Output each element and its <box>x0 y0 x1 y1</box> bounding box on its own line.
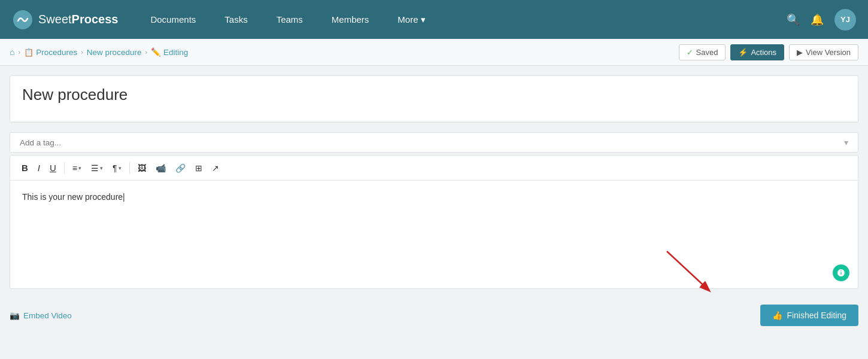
image-icon: 🖼 <box>138 163 146 173</box>
separator-toolbar-2 <box>129 162 130 174</box>
tag-dropdown-icon[interactable]: ▾ <box>844 138 848 147</box>
nav-tasks[interactable]: Tasks <box>210 0 262 39</box>
nav-more[interactable]: More ▾ <box>383 0 439 39</box>
editor-toolbar: B I U ≡ ▾ ☰ ▾ ¶ ▾ 🖼 📹 <box>10 156 858 181</box>
check-icon: ✓ <box>687 48 693 57</box>
toolbar-unordered-list[interactable]: ☰ ▾ <box>87 161 107 175</box>
brand-logo-link[interactable]: SweetProcess <box>12 9 118 31</box>
brand-process: Process <box>72 13 119 26</box>
separator-3: › <box>145 48 147 56</box>
procedures-icon: 📋 <box>24 48 34 57</box>
toolbar-video[interactable]: 📹 <box>151 161 170 175</box>
link-icon: 🔗 <box>175 163 186 173</box>
toolbar-paragraph[interactable]: ¶ ▾ <box>108 161 126 175</box>
brand-logo-icon <box>12 9 34 31</box>
grammarly-icon[interactable] <box>833 264 849 281</box>
separator-2: › <box>81 48 83 56</box>
actions-button[interactable]: ⚡ Actions <box>730 44 784 60</box>
title-container <box>10 75 858 123</box>
external-link-icon: ↗ <box>212 163 219 173</box>
unordered-list-icon: ☰ <box>91 163 99 173</box>
separator-1: › <box>18 48 20 56</box>
procedures-link[interactable]: Procedures <box>36 48 77 57</box>
new-procedure-link[interactable]: New procedure <box>87 48 142 57</box>
toolbar-table[interactable]: ⊞ <box>191 161 207 175</box>
paragraph-icon: ¶ <box>113 163 117 173</box>
table-icon: ⊞ <box>195 163 202 173</box>
bottom-bar: 📷 Embed Video 👍 Finished Editing <box>10 299 858 332</box>
tag-area: ▾ <box>10 132 858 153</box>
procedure-title-input[interactable] <box>22 86 846 109</box>
separator-toolbar-1 <box>64 162 65 174</box>
avatar[interactable]: YJ <box>834 9 856 31</box>
page-wrapper: ▾ B I U ≡ ▾ ☰ ▾ ¶ ▾ 🖼 <box>0 66 868 359</box>
editor-body[interactable]: This is your new procedure <box>10 181 858 288</box>
camera-icon: 📷 <box>10 311 20 320</box>
editing-breadcrumb: ✏️ Editing <box>151 47 188 57</box>
toolbar-italic[interactable]: I <box>34 160 44 175</box>
toolbar-bold[interactable]: B <box>17 160 32 175</box>
toolbar-link[interactable]: 🔗 <box>171 161 190 175</box>
toolbar-ordered-list[interactable]: ≡ ▾ <box>68 161 86 175</box>
nav-links: Documents Tasks Teams Members More ▾ <box>136 0 787 39</box>
embed-video-button[interactable]: 📷 Embed Video <box>10 311 72 320</box>
navbar: SweetProcess Documents Tasks Teams Membe… <box>0 0 868 39</box>
tag-input[interactable] <box>20 138 844 147</box>
brand-sweet: Sweet <box>38 13 72 26</box>
title-area <box>10 76 858 122</box>
grammarly-svg <box>836 268 846 278</box>
procedures-breadcrumb-item: 📋 Procedures <box>24 48 77 57</box>
toolbar-underline[interactable]: U <box>45 160 60 175</box>
nav-documents[interactable]: Documents <box>136 0 210 39</box>
toolbar-image[interactable]: 🖼 <box>133 161 150 175</box>
text-cursor <box>123 192 125 202</box>
video-icon: 📹 <box>156 163 166 173</box>
toolbar-external-link[interactable]: ↗ <box>208 161 223 175</box>
editor-container: B I U ≡ ▾ ☰ ▾ ¶ ▾ 🖼 📹 <box>10 155 858 289</box>
chevron-down-icon: ▾ <box>421 14 426 25</box>
home-link[interactable]: ⌂ <box>10 47 14 57</box>
saved-button[interactable]: ✓ Saved <box>679 44 726 60</box>
ordered-list-icon: ≡ <box>72 163 77 173</box>
play-icon: ▶ <box>797 48 803 57</box>
breadcrumb-actions: ✓ Saved ⚡ Actions ▶ View Version <box>679 44 858 60</box>
nav-teams[interactable]: Teams <box>262 0 317 39</box>
thumbs-up-icon: 👍 <box>772 311 782 320</box>
bolt-icon: ⚡ <box>738 48 748 57</box>
pencil-icon: ✏️ <box>151 47 161 57</box>
bell-icon[interactable]: 🔔 <box>811 13 824 26</box>
breadcrumb-bar: ⌂ › 📋 Procedures › New procedure › ✏️ Ed… <box>0 39 868 66</box>
nav-actions: 🔍 🔔 YJ <box>787 9 856 31</box>
nav-members[interactable]: Members <box>317 0 384 39</box>
breadcrumb: ⌂ › 📋 Procedures › New procedure › ✏️ Ed… <box>10 47 188 57</box>
search-icon[interactable]: 🔍 <box>787 13 800 26</box>
finished-editing-button[interactable]: 👍 Finished Editing <box>760 305 858 326</box>
editor-content: This is your new procedure <box>22 192 123 202</box>
view-version-button[interactable]: ▶ View Version <box>789 44 858 60</box>
